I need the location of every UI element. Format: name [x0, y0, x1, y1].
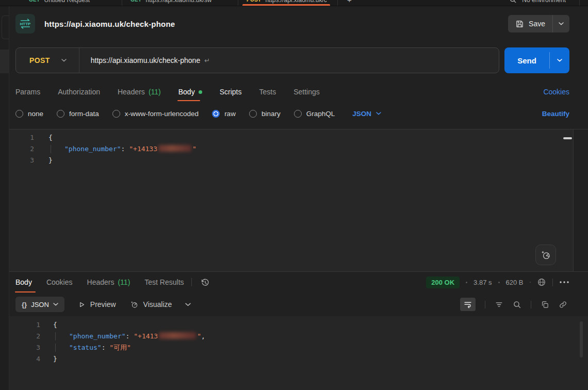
radio-raw-selected[interactable]: raw [212, 110, 236, 118]
response-tab-test-results[interactable]: Test Results [144, 272, 184, 293]
radio-form-data[interactable]: form-data [57, 110, 99, 118]
response-toolbar: {} JSON Preview Visualize [9, 293, 588, 316]
request-tab-2[interactable]: GET https://api.xiaomu.uk/sw [122, 0, 238, 6]
method-caret-icon[interactable] [61, 59, 67, 62]
request-body-editor[interactable]: 1 { 2 "phone_number": "+14133" 3 } [9, 129, 588, 272]
radio-icon [15, 110, 23, 118]
more-options-icon[interactable] [559, 281, 569, 284]
save-button[interactable]: Save [508, 15, 552, 32]
send-button-group: Send [504, 47, 569, 73]
method-selector-label[interactable]: POST [16, 56, 50, 64]
response-tab-headers[interactable]: Headers (11) [87, 272, 130, 293]
dot-separator [530, 282, 531, 283]
tab-label: Tests [259, 88, 276, 96]
save-options-caret[interactable] [553, 15, 569, 32]
divider [552, 279, 553, 286]
beautify-link[interactable]: Beautify [542, 110, 569, 118]
environment-selector[interactable]: No environment [509, 0, 588, 6]
radio-label: raw [224, 110, 236, 118]
code-line: 3 } [9, 155, 588, 166]
status-badge[interactable]: 200 OK [426, 277, 460, 288]
code-content: "phone_number": "+14133" [48, 143, 197, 155]
svg-text:HTTP: HTTP [20, 22, 31, 26]
visualize-button[interactable]: Visualize [129, 300, 172, 309]
radio-binary[interactable]: binary [249, 110, 281, 118]
new-tab-button[interactable]: + [347, 0, 352, 4]
vertical-scrollbar[interactable] [580, 321, 583, 358]
tab-scripts[interactable]: Scripts [220, 83, 242, 101]
wrap-text-icon[interactable] [460, 298, 476, 311]
search-icon[interactable] [509, 0, 517, 4]
postbot-button[interactable] [535, 245, 556, 265]
response-tab-body-active[interactable]: Body [15, 272, 32, 293]
radio-label: x-www-form-urlencoded [125, 110, 199, 118]
response-size[interactable]: 620 B [506, 279, 524, 286]
divider [573, 129, 574, 271]
token-string: " [192, 145, 197, 153]
format-label: JSON [352, 110, 371, 118]
radio-graphql[interactable]: GraphQL [294, 110, 335, 118]
line-number: 3 [9, 342, 40, 353]
tab-label: Headers [118, 88, 145, 96]
line-number: 2 [9, 331, 40, 342]
tab-settings[interactable]: Settings [293, 83, 320, 101]
token-brace: { [53, 321, 57, 329]
left-sidebar-rail [0, 6, 9, 390]
tab-authorization[interactable]: Authorization [58, 83, 100, 101]
preview-button[interactable]: Preview [78, 300, 116, 308]
link-icon[interactable] [559, 300, 567, 309]
token-colon: : [126, 332, 134, 340]
tab-headers[interactable]: Headers (11) [118, 83, 161, 101]
format-label: JSON [31, 301, 49, 308]
tab-label: Settings [293, 88, 320, 96]
headers-count: (11) [149, 88, 161, 96]
tab-tests[interactable]: Tests [259, 83, 276, 101]
code-content: } [48, 155, 53, 166]
url-input[interactable]: https://api.xiaomu.uk/check-phone [91, 56, 200, 64]
code-content: "phone_number": "+1413", [53, 331, 205, 342]
search-response-icon[interactable] [513, 300, 521, 309]
environment-label: No environment [522, 0, 566, 4]
request-header: HTTP https://api.xiaomu.uk/check-phone S… [15, 13, 569, 34]
request-tab-1[interactable]: GET Untitled Request [0, 0, 122, 6]
token-string: " [197, 332, 201, 340]
indent-guide [55, 344, 56, 352]
response-tab-cookies[interactable]: Cookies [46, 272, 73, 293]
url-input-container: POST https://api.xiaomu.uk/check-phone ↵ [15, 47, 499, 73]
radio-x-www-form-urlencoded[interactable]: x-www-form-urlencoded [112, 110, 199, 118]
response-history-icon[interactable] [200, 278, 210, 287]
indent-guide [55, 332, 56, 340]
token-string: "+14133 [129, 145, 157, 153]
tab-params[interactable]: Params [15, 83, 40, 101]
filter-icon[interactable] [495, 300, 503, 309]
divider [531, 301, 531, 308]
token-comma: , [201, 332, 205, 340]
copy-icon[interactable] [541, 300, 549, 309]
code-line: 1 { [9, 132, 588, 143]
line-number: 4 [9, 353, 40, 365]
send-options-caret[interactable] [550, 47, 569, 73]
radio-label: binary [262, 110, 281, 118]
cookies-link[interactable]: Cookies [543, 88, 569, 96]
radio-none[interactable]: none [15, 110, 43, 118]
code-line: 2 "phone_number": "+1413", [9, 331, 588, 342]
radio-icon [249, 110, 257, 118]
tab-label: Params [15, 88, 40, 96]
redacted-phone-digits [158, 145, 191, 152]
token-brace: } [53, 355, 57, 363]
toolbar-chevron-icon[interactable] [185, 303, 191, 306]
horizontal-scrollbar[interactable] [563, 137, 572, 139]
radio-label: GraphQL [306, 110, 335, 118]
tab-body-active[interactable]: Body [178, 83, 202, 101]
body-modified-dot [199, 90, 202, 94]
response-time[interactable]: 3.87 s [473, 279, 492, 286]
rail-partial-icon [2, 15, 9, 39]
url-bar-row: POST https://api.xiaomu.uk/check-phone ↵… [15, 47, 569, 73]
code-content: { [53, 319, 57, 331]
response-format-dropdown[interactable]: {} JSON [15, 297, 64, 312]
divider [579, 0, 580, 6]
send-button[interactable]: Send [504, 47, 549, 73]
response-body-viewer: 1 { 2 "phone_number": "+1413", 3 "status… [9, 316, 588, 390]
network-globe-icon[interactable] [537, 278, 546, 287]
raw-format-dropdown[interactable]: JSON [352, 110, 381, 118]
